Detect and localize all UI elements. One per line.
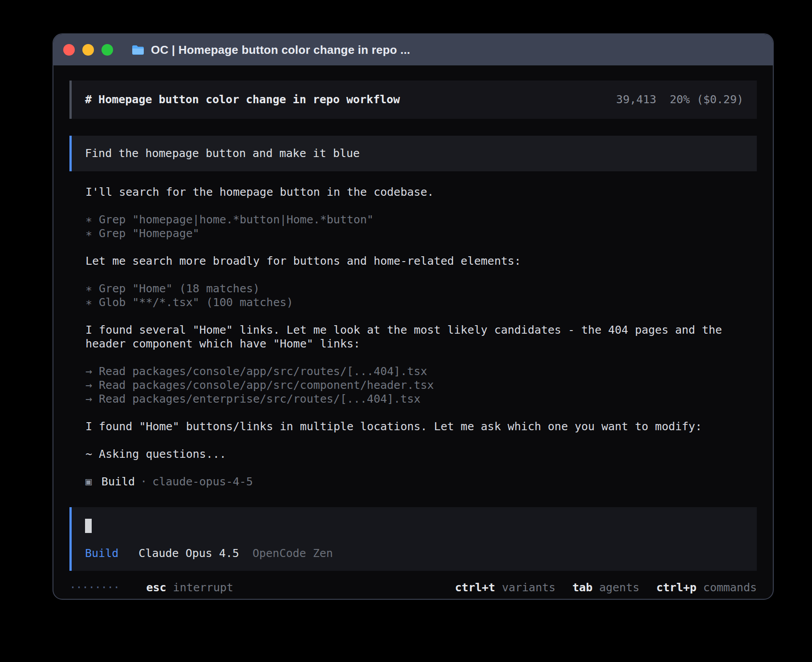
session-meta: 39,413 20% ($0.29) (616, 92, 743, 108)
arrow-right-icon: → (85, 365, 92, 378)
spinner-dots-icon: ········ (69, 581, 119, 594)
tool-bullet-icon: ∗ (85, 282, 92, 295)
window-controls (63, 44, 113, 56)
provider-indicator: OpenCode Zen (252, 547, 333, 560)
status-bar: ········ escinterrupt ctrl+tvariants tab… (69, 581, 757, 594)
agent-badge-icon: ▣ (85, 475, 92, 488)
session-title: # Homepage button color change in repo w… (85, 92, 400, 108)
tool-call-group: ∗Grep "homepage|home.*button|Home.*butto… (85, 213, 757, 240)
tool-call-grep: ∗Grep "Home" (18 matches) (85, 282, 757, 295)
close-button[interactable] (63, 44, 75, 56)
model-indicator[interactable]: Claude Opus 4.5 (138, 547, 239, 560)
hint-commands: ctrl+pcommands (656, 581, 757, 594)
tool-call-group: →Read packages/console/app/src/routes/[.… (85, 364, 757, 406)
assistant-paragraph: I found "Home" buttons/links in multiple… (85, 420, 757, 433)
agent-attribution: ▣ Build · claude-opus-4-5 (85, 475, 757, 488)
session-header: # Homepage button color change in repo w… (69, 81, 757, 119)
agent-name: Build (102, 475, 135, 488)
text-cursor (85, 519, 92, 533)
tool-call-read: →Read packages/console/app/src/component… (85, 378, 757, 392)
context-usage: 20% ($0.29) (670, 92, 743, 108)
status-bar-left: ········ escinterrupt (69, 581, 233, 594)
tool-call-read: →Read packages/enterprise/src/routes/[..… (85, 392, 757, 406)
hint-variants: ctrl+tvariants (455, 581, 556, 594)
window-title-text: OC | Homepage button color change in rep… (151, 43, 410, 57)
hint-agents: tabagents (572, 581, 639, 594)
window-title: OC | Homepage button color change in rep… (132, 43, 410, 57)
status-bar-right: ctrl+tvariants tabagents ctrl+pcommands (455, 581, 757, 594)
minimize-button[interactable] (82, 44, 94, 56)
arrow-right-icon: → (85, 392, 92, 405)
token-count: 39,413 (616, 92, 656, 108)
assistant-transcript: I'll search for the homepage button in t… (85, 185, 757, 488)
tool-call-grep: ∗Grep "homepage|home.*button|Home.*butto… (85, 213, 757, 226)
zoom-button[interactable] (102, 44, 113, 56)
tool-bullet-icon: ∗ (85, 296, 92, 309)
arrow-right-icon: → (85, 379, 92, 392)
user-message-text: Find the homepage button and make it blu… (85, 147, 360, 160)
prompt-input[interactable]: Build Claude Opus 4.5 OpenCode Zen (69, 507, 757, 571)
assistant-paragraph: I found several "Home" links. Let me loo… (85, 323, 757, 351)
tool-bullet-icon: ∗ (85, 213, 92, 226)
working-status-line: ~ Asking questions... (85, 447, 757, 461)
hint-interrupt: escinterrupt (146, 581, 233, 594)
window-titlebar: OC | Homepage button color change in rep… (53, 34, 773, 65)
tool-call-group: ∗Grep "Home" (18 matches) ∗Glob "**/*.ts… (85, 282, 757, 309)
folder-icon (132, 45, 144, 55)
user-message: Find the homepage button and make it blu… (69, 136, 757, 171)
terminal-content: # Homepage button color change in repo w… (53, 81, 773, 594)
tool-call-grep: ∗Grep "Homepage" (85, 226, 757, 240)
tool-call-glob: ∗Glob "**/*.tsx" (100 matches) (85, 295, 757, 309)
assistant-paragraph: I'll search for the homepage button in t… (85, 185, 757, 199)
separator-dot: · (140, 475, 147, 488)
agent-model: claude-opus-4-5 (152, 475, 253, 488)
terminal-window: OC | Homepage button color change in rep… (53, 33, 774, 600)
assistant-paragraph: Let me search more broadly for buttons a… (85, 254, 757, 268)
tool-call-read: →Read packages/console/app/src/routes/[.… (85, 364, 757, 378)
mode-indicator[interactable]: Build (85, 547, 118, 560)
tool-bullet-icon: ∗ (85, 227, 92, 240)
input-meta-row: Build Claude Opus 4.5 OpenCode Zen (85, 546, 743, 560)
